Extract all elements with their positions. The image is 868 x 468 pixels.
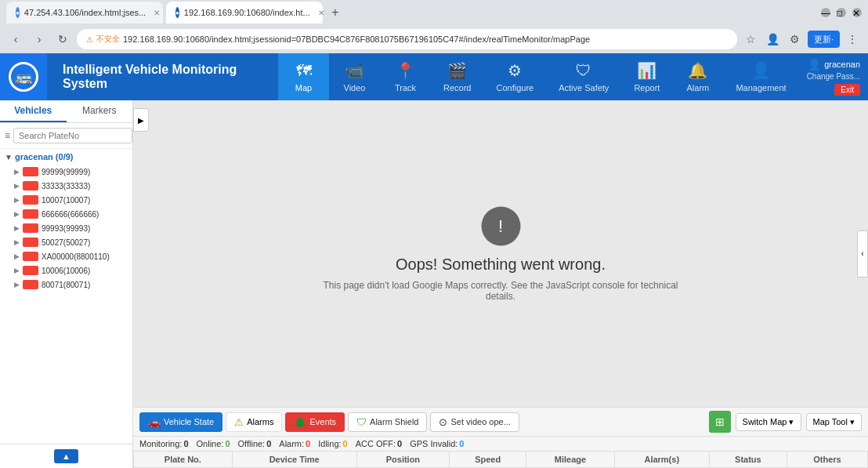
map-container: ▶ ‹ ! Oops! Something went wrong. This p…: [133, 100, 868, 407]
maximize-button[interactable]: □: [837, 8, 846, 17]
list-item[interactable]: ▶ 80071(80071): [0, 278, 132, 292]
list-item[interactable]: ▶ 10006(10006): [0, 263, 132, 278]
map-sidebar-toggle[interactable]: ▶: [133, 108, 149, 132]
tab-close-2[interactable]: ✕: [318, 9, 324, 17]
status-alarm: Alarm: 0: [279, 439, 310, 448]
map-tool-button[interactable]: Map Tool ▾: [806, 413, 863, 431]
status-gps-invalid: GPS Invalid: 0: [410, 439, 464, 448]
nav-label-report: Report: [634, 83, 660, 93]
close-button[interactable]: ✕: [852, 8, 862, 17]
list-item[interactable]: ▶ 33333(33333): [0, 179, 132, 193]
list-item[interactable]: ▶ 666666(666666): [0, 207, 132, 221]
alarm-shield-button[interactable]: 🛡 Alarm Shield: [348, 412, 427, 432]
extensions-button[interactable]: ⚙: [786, 30, 805, 49]
sidebar-tab-markers[interactable]: Markers: [67, 100, 133, 122]
set-video-button[interactable]: ⊙ Set video ope...: [430, 412, 519, 432]
browser-tab-2[interactable]: ● 192.168.169.90:10680/index.ht... ✕: [166, 2, 323, 24]
nav-label-active-safety: Active Safety: [559, 83, 609, 93]
nav-item-record[interactable]: 🎬 Record: [431, 53, 483, 100]
offline-value: 0: [266, 439, 271, 448]
change-password-link[interactable]: Change Pass...: [807, 72, 860, 81]
menu-button[interactable]: ⋮: [843, 30, 862, 49]
map-error-desc: This page didn't load Google Maps correc…: [317, 279, 685, 301]
gps-invalid-label: GPS Invalid:: [410, 439, 458, 448]
vehicle-name: 99999(99999): [42, 168, 90, 176]
alarms-button[interactable]: ⚠ Alarms: [226, 412, 282, 432]
list-item[interactable]: ▶ XA00000(8800110): [0, 249, 132, 263]
profile-button[interactable]: 👤: [764, 30, 783, 49]
vehicle-expand-icon: ▶: [14, 281, 20, 288]
nav-label-video: Video: [344, 83, 366, 93]
exit-button[interactable]: Exit: [834, 84, 860, 96]
tab-favicon-2: ●: [175, 7, 179, 18]
status-offline: Offline: 0: [238, 439, 272, 448]
vehicle-state-button[interactable]: 🚗 Vehicle State: [139, 412, 222, 432]
gps-invalid-value: 0: [459, 439, 464, 448]
app: 🚌 Intelligent Vehicle Monitoring System …: [0, 53, 868, 468]
list-item[interactable]: ▶ 10007(10007): [0, 193, 132, 207]
list-item[interactable]: ▶ 99999(99999): [0, 165, 132, 179]
user-area: 👤 gracenan Change Pass... Exit: [799, 58, 868, 96]
nav-item-active-safety[interactable]: 🛡 Active Safety: [546, 53, 621, 100]
vehicle-status-icon: [23, 209, 38, 219]
vehicle-status-icon: [23, 280, 38, 289]
col-alarms: Alarm(s): [614, 452, 709, 468]
online-value: 0: [225, 439, 230, 448]
map-expand-toggle[interactable]: ‹: [857, 230, 868, 278]
vehicle-list: ▼ gracenan (0/9) ▶ 99999(99999) ▶ 33333(…: [0, 149, 132, 444]
col-speed: Speed: [450, 452, 526, 468]
sidebar-tab-vehicles[interactable]: Vehicles: [0, 100, 67, 122]
nav-item-alarm[interactable]: 🔔 Alarm: [672, 53, 723, 100]
update-button[interactable]: 更新·: [808, 31, 840, 48]
nav-item-track[interactable]: 📍 Track: [380, 53, 431, 100]
window-controls: — □ ✕: [821, 8, 862, 17]
events-button[interactable]: 🌲 Events: [285, 412, 345, 432]
app-title: Intelligent Vehicle Monitoring System: [47, 63, 278, 91]
new-tab-button[interactable]: +: [326, 3, 345, 22]
back-button[interactable]: ‹: [6, 30, 25, 49]
sidebar-bottom-button[interactable]: ▲: [54, 449, 78, 463]
nav-item-report[interactable]: 📊 Report: [621, 53, 672, 100]
vehicle-status-icon: [23, 167, 38, 176]
events-label: Events: [309, 417, 336, 426]
tab-close-1[interactable]: ✕: [154, 9, 160, 17]
green-action-icon: ⊞: [715, 415, 725, 428]
vehicle-state-label: Vehicle State: [164, 417, 214, 426]
bookmark-button[interactable]: ☆: [742, 30, 761, 49]
alarm-icon: 🔔: [688, 61, 707, 80]
map-icon: 🗺: [296, 62, 312, 80]
nav-item-configure[interactable]: ⚙ Configure: [483, 53, 546, 100]
vehicle-expand-icon: ▶: [14, 210, 20, 218]
security-label: 不安全: [96, 34, 120, 45]
idling-value: 0: [343, 439, 348, 448]
list-item[interactable]: ▶ 99993(99993): [0, 221, 132, 235]
data-table: Plate No. Device Time Position Speed Mil…: [133, 451, 868, 468]
browser-tab-1[interactable]: ● 47.254.43.106/index.html;jses... ✕: [6, 2, 163, 24]
video-icon: 📹: [345, 61, 364, 80]
nav-item-video[interactable]: 📹 Video: [329, 53, 380, 100]
bottom-toolbar: 🚗 Vehicle State ⚠ Alarms 🌲 Events 🛡 Alar…: [133, 407, 868, 468]
forward-button[interactable]: ›: [30, 30, 49, 49]
search-input[interactable]: [13, 128, 132, 143]
col-mileage: Mileage: [526, 452, 615, 468]
minimize-button[interactable]: —: [821, 8, 830, 17]
vehicle-name: 80071(80071): [42, 281, 90, 289]
set-video-icon: ⊙: [439, 416, 447, 428]
list-item[interactable]: ▶ 50027(50027): [0, 235, 132, 249]
group-header[interactable]: ▼ gracenan (0/9): [0, 149, 132, 165]
security-icon: ⚠: [86, 35, 93, 44]
monitoring-label: Monitoring:: [139, 439, 182, 448]
track-icon: 📍: [396, 61, 415, 80]
user-name[interactable]: gracenan: [824, 60, 860, 69]
col-position: Position: [356, 452, 449, 468]
vehicle-expand-icon: ▶: [14, 168, 20, 176]
list-icon: ≡: [5, 130, 10, 141]
refresh-button[interactable]: ↻: [53, 30, 72, 49]
address-bar[interactable]: ⚠ 不安全 192.168.169.90:10680/index.html;js…: [77, 29, 737, 49]
green-action-button[interactable]: ⊞: [709, 411, 731, 433]
nav-item-map[interactable]: 🗺 Map: [278, 53, 329, 100]
monitoring-value: 0: [183, 439, 188, 448]
nav-item-management[interactable]: 👤 Management: [723, 53, 798, 100]
switch-map-button[interactable]: Switch Map ▾: [736, 413, 801, 431]
sidebar-search: ≡ ▾: [0, 123, 132, 149]
